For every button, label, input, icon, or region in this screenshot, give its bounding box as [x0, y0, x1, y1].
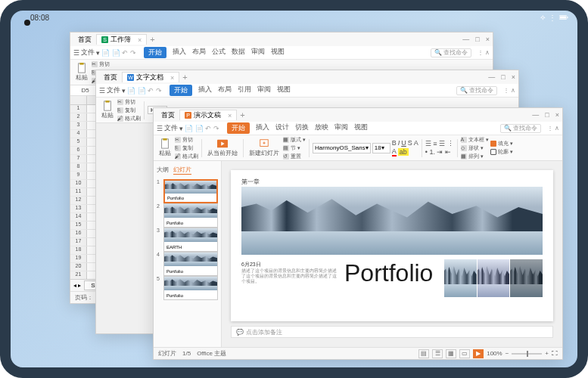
section-button[interactable]: ▤节▾	[283, 144, 306, 152]
collapse-ribbon[interactable]: ⋮ ∧	[503, 87, 515, 94]
ss-doc-tab[interactable]: S工作簿×	[96, 34, 147, 45]
close-tab-icon[interactable]: ×	[170, 74, 174, 82]
close-button[interactable]: ×	[512, 73, 515, 81]
font-selector[interactable]: HarmonyOS_Sans ▾	[313, 143, 371, 153]
paste-button[interactable]: 粘贴	[73, 63, 90, 82]
font-color-row[interactable]: A ab	[392, 147, 418, 156]
svg-rect-3	[79, 64, 86, 73]
play-button[interactable]: 从当前开始	[205, 138, 240, 157]
layout-button[interactable]: ▦版式▾	[283, 136, 306, 144]
slide-thumb[interactable]: 4Portfolio	[157, 252, 218, 276]
menu-insert[interactable]: 插入	[173, 47, 186, 58]
image-strip	[444, 259, 543, 297]
new-tab-button[interactable]: +	[150, 35, 154, 44]
close-tab-icon[interactable]: ×	[138, 36, 142, 44]
menu-data[interactable]: 数据	[232, 47, 245, 58]
menu-trans[interactable]: 切换	[295, 122, 309, 134]
file-menu[interactable]: ☰ 文件 ▾	[73, 48, 100, 57]
menu-formula[interactable]: 公式	[212, 47, 226, 58]
zoom-level[interactable]: 100%	[487, 350, 502, 357]
new-slide-button[interactable]: 新建幻灯片	[247, 138, 282, 157]
search-box[interactable]: 🔍 查找命令	[431, 48, 471, 57]
menu-review[interactable]: 审阅	[257, 85, 271, 96]
minimize-button[interactable]: —	[488, 73, 495, 81]
cut-button[interactable]: ✂剪切	[175, 136, 198, 144]
notes-area[interactable]: 💬点击添加备注	[231, 326, 553, 338]
outline-tab[interactable]: 大纲	[157, 166, 169, 175]
slide-thumb[interactable]: 5Portfolio	[157, 276, 218, 300]
shape-button[interactable]: ◇形状▾	[461, 144, 489, 152]
close-tab-icon[interactable]: ×	[228, 112, 232, 119]
maximize-button[interactable]: □	[545, 111, 549, 119]
format-button[interactable]: 🖌格式刷	[117, 115, 141, 122]
menu-insert[interactable]: 插入	[198, 85, 212, 96]
view-reading-button[interactable]: ▭	[459, 349, 470, 358]
menu-start[interactable]: 开始	[227, 122, 250, 134]
menu-view[interactable]: 视图	[277, 85, 291, 96]
minimize-button[interactable]: —	[532, 111, 539, 119]
paste-button[interactable]: 粘贴	[157, 138, 173, 157]
menu-view[interactable]: 视图	[271, 47, 285, 58]
menu-review[interactable]: 审阅	[334, 122, 348, 134]
collapse-ribbon[interactable]: ⋮ ∧	[547, 125, 559, 132]
font-style-row[interactable]: B I U S A	[392, 139, 418, 147]
search-box[interactable]: 🔍 查找命令	[500, 124, 541, 133]
file-menu[interactable]: ☰ 文件 ▾	[157, 123, 183, 133]
presentation-window[interactable]: 首页 P演示文稿× + —□× ☰ 文件 ▾ 📄 📄 ↶ ↷ 开始 插入 设计 …	[153, 107, 563, 360]
fill-button[interactable]: 填充▾	[490, 140, 513, 147]
svg-rect-8	[163, 138, 166, 141]
copy-button[interactable]: ⎘复制	[175, 144, 198, 152]
slide-canvas[interactable]: 第一章 6月23日 描述了这个项目的背景信息和主要内容简介描述了这个项目的背景信…	[222, 161, 562, 347]
close-button[interactable]: ×	[486, 36, 490, 43]
view-notes-button[interactable]: ▤	[418, 349, 429, 358]
textbox-button[interactable]: A文本框▾	[461, 136, 489, 144]
minimize-button[interactable]: —	[462, 36, 469, 43]
fit-button[interactable]: ⛶	[552, 350, 558, 357]
cut-button[interactable]: ✂剪切	[92, 60, 115, 68]
ppt-home-tab[interactable]: 首页	[157, 110, 179, 120]
zoom-out-button[interactable]: −	[506, 350, 509, 357]
menu-design[interactable]: 设计	[275, 122, 289, 134]
slides-tab[interactable]: 幻灯片	[173, 166, 191, 175]
menu-start[interactable]: 开始	[170, 85, 192, 96]
list-row[interactable]: • 1. ⇥ ⇤	[425, 148, 454, 156]
doc-home-tab[interactable]: 首页	[99, 72, 122, 82]
search-box[interactable]: 🔍 查找命令	[456, 86, 497, 95]
copy-button[interactable]: ⎘复制	[117, 107, 141, 114]
menu-view[interactable]: 视图	[354, 122, 368, 134]
paste-button[interactable]: 粘贴	[99, 101, 116, 119]
reset-button[interactable]: ↺重置	[283, 153, 306, 160]
close-button[interactable]: ×	[555, 111, 559, 119]
maximize-button[interactable]: □	[501, 73, 505, 81]
new-tab-button[interactable]: +	[240, 110, 244, 119]
cut-button[interactable]: ✂剪切	[117, 98, 141, 106]
maximize-button[interactable]: □	[475, 36, 479, 43]
menu-ref[interactable]: 引用	[238, 85, 251, 96]
collapse-ribbon[interactable]: ⋮ ∧	[478, 49, 490, 56]
outline-button[interactable]: 轮廓▾	[490, 148, 513, 156]
format-button[interactable]: 🖌格式刷	[175, 153, 198, 160]
zoom-in-button[interactable]: +	[545, 350, 549, 357]
slideshow-button[interactable]: ▶	[473, 349, 484, 358]
slide-thumb[interactable]: 3EARTH	[157, 228, 218, 252]
ss-home-tab[interactable]: 首页	[73, 34, 96, 45]
menu-layout[interactable]: 布局	[218, 85, 232, 96]
menu-insert[interactable]: 插入	[256, 122, 269, 134]
menu-start[interactable]: 开始	[144, 47, 166, 58]
menu-review[interactable]: 审阅	[251, 47, 265, 58]
zoom-slider[interactable]	[512, 353, 542, 355]
new-tab-button[interactable]: +	[182, 73, 187, 82]
arrange-button[interactable]: ▦排列▾	[461, 153, 489, 160]
menu-layout[interactable]: 布局	[192, 47, 206, 58]
doc-doc-tab[interactable]: W文字文档×	[122, 72, 179, 82]
file-menu[interactable]: ☰ 文件 ▾	[99, 85, 126, 95]
main-slide[interactable]: 第一章 6月23日 描述了这个项目的背景信息和主要内容简介描述了这个项目的背景信…	[231, 170, 553, 321]
menu-anim[interactable]: 放映	[315, 122, 328, 134]
ppt-doc-tab[interactable]: P演示文稿×	[179, 110, 237, 120]
slide-thumb[interactable]: 1Portfolio	[157, 179, 218, 203]
view-normal-button[interactable]: ☰	[432, 349, 443, 358]
view-sorter-button[interactable]: ▦	[446, 349, 456, 358]
slide-thumb[interactable]: 2Portfolio	[157, 203, 218, 228]
align-row[interactable]: ☰ ≡ ☰ ⋮	[425, 140, 454, 147]
size-selector[interactable]: 18 ▾	[372, 143, 390, 153]
